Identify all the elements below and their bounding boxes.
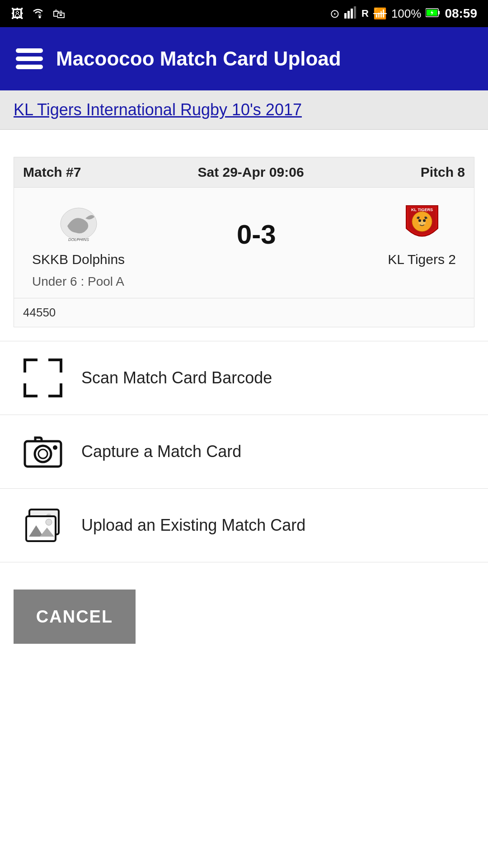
team-right: KL TIGERS KL Tigers 2 [388, 201, 456, 267]
team-right-name: KL Tigers 2 [388, 252, 456, 267]
capture-card-item[interactable]: Capture a Match Card [0, 415, 488, 489]
gallery-icon [23, 505, 63, 546]
app-title: Macoocoo Match Card Upload [56, 47, 341, 70]
svg-point-17 [38, 449, 47, 458]
battery-icon [426, 7, 440, 21]
wifi-icon [31, 6, 45, 22]
svg-point-18 [53, 445, 57, 450]
svg-rect-3 [351, 9, 353, 19]
app-header: Macoocoo Match Card Upload [0, 27, 488, 90]
team-left-logo: DOLPHINS [54, 201, 103, 246]
match-teams-row: DOLPHINS SKKB Dolphins 0-3 [14, 188, 474, 272]
status-icons-right: ⊙ R 📶 100% 08:59 [330, 6, 477, 22]
app-logo [14, 43, 45, 75]
bottom-space [0, 644, 488, 734]
tournament-link[interactable]: KL Tigers International Rugby 10's 2017 [14, 100, 302, 119]
match-number: Match #7 [23, 165, 81, 180]
svg-point-22 [46, 519, 52, 525]
svg-text:KL TIGERS: KL TIGERS [411, 208, 433, 212]
match-score: 0-3 [237, 219, 276, 250]
drm-icon: ⊙ [330, 7, 340, 21]
match-header: Match #7 Sat 29-Apr 09:06 Pitch 8 [14, 157, 474, 188]
svg-rect-6 [438, 11, 440, 14]
match-id: 44550 [23, 306, 56, 319]
cancel-button[interactable]: CANCEL [14, 590, 136, 644]
status-time: 08:59 [445, 6, 477, 21]
capture-card-label: Capture a Match Card [81, 442, 241, 461]
match-pitch: Pitch 8 [421, 165, 465, 180]
action-list: Scan Match Card Barcode Capture a Match … [0, 341, 488, 562]
bag-icon: 🛍 [52, 6, 65, 21]
svg-point-12 [418, 219, 421, 222]
upload-existing-label: Upload an Existing Match Card [81, 516, 305, 535]
tournament-banner[interactable]: KL Tigers International Rugby 10's 2017 [0, 90, 488, 130]
status-bar: 🖼 🛍 ⊙ R 📶 100% [0, 0, 488, 27]
scan-barcode-item[interactable]: Scan Match Card Barcode [0, 341, 488, 415]
match-id-row: 44550 [14, 298, 474, 327]
svg-rect-1 [344, 13, 347, 19]
sim-icon: 📶 [373, 7, 387, 20]
team-right-logo: KL TIGERS [397, 201, 447, 246]
barcode-scan-icon [23, 358, 63, 398]
image-icon: 🖼 [11, 6, 23, 21]
svg-point-16 [35, 446, 51, 462]
match-datetime: Sat 29-Apr 09:06 [197, 165, 304, 180]
scan-barcode-label: Scan Match Card Barcode [81, 368, 272, 387]
team-left-name: SKKB Dolphins [32, 252, 125, 267]
status-icons-left: 🖼 🛍 [11, 6, 65, 22]
camera-icon [23, 431, 63, 472]
upload-existing-item[interactable]: Upload an Existing Match Card [0, 489, 488, 562]
team-left: DOLPHINS SKKB Dolphins [32, 201, 125, 267]
svg-point-0 [39, 16, 41, 18]
match-pool-row: Under 6 : Pool A [14, 272, 474, 298]
match-card: Match #7 Sat 29-Apr 09:06 Pitch 8 DOLPHI… [14, 157, 474, 327]
match-pool: Under 6 : Pool A [32, 274, 124, 288]
svg-rect-2 [347, 11, 350, 19]
signal-icon [344, 6, 357, 22]
svg-rect-4 [354, 6, 356, 19]
svg-point-13 [423, 219, 426, 222]
battery-percentage: 100% [391, 7, 422, 21]
svg-text:DOLPHINS: DOLPHINS [68, 237, 89, 242]
roaming-icon: R [361, 8, 369, 19]
